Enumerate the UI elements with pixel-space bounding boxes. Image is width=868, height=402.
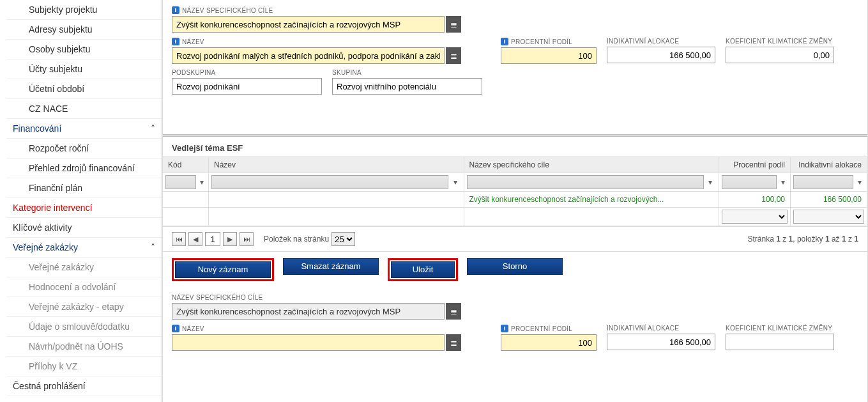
sidebar-item-cz-nace[interactable]: CZ NACE [6,99,162,119]
novy-zaznam-button[interactable]: Nový záznam [175,261,271,278]
grid-filter-row: ▾ ▾ ▾ ▾ ▾ [163,173,867,192]
sidebar-section-label: Veřejné zakázky [13,242,78,252]
grid-header: Kód Název Název specifického cíle Procen… [163,157,867,173]
col-procentni-podil[interactable]: Procentní podíl [719,157,791,173]
list-picker-button[interactable]: ≣ [446,47,461,64]
sidebar-item-ucty-subjektu[interactable]: Účty subjektu [6,59,162,79]
pager-last-button[interactable]: ⏭ [240,232,254,246]
form-top: iNÁZEV SPECIFICKÉHO CÍLE ≣ iNÁZEV ≣ [163,0,867,104]
sidebar-item-cestna-prohlaseni[interactable]: Čestná prohlášení [6,376,162,396]
koeficient-klimaticke-zmeny-input[interactable] [726,47,834,63]
field-label: INDIKATIVNÍ ALOKACE [607,325,715,332]
field-label: iNÁZEV [172,38,461,45]
procentni-podil-input[interactable] [501,47,597,64]
nazev-specifickeho-cile-input[interactable] [172,16,445,33]
filter-icon[interactable]: ▾ [197,175,206,189]
sidebar-item-financni-plan[interactable]: Finanční plán [6,178,162,198]
pager-prev-button[interactable]: ◀ [188,232,202,246]
cell-nazev [209,192,464,208]
filter-indik-input[interactable] [793,175,853,189]
info-icon: i [501,38,508,45]
info-icon: i [172,6,179,14]
pager-first-button[interactable]: ⏮ [172,232,186,246]
sidebar-item-osoby-subjektu[interactable]: Osoby subjektu [6,40,162,59]
sidebar-item-verejne-zakazky-etapy[interactable]: Veřejné zakázky - etapy [6,297,162,317]
sidebar-item-prehled-zdroju[interactable]: Přehled zdrojů financování [6,158,162,178]
sidebar-item-hodnoceni-odvolani[interactable]: Hodnocení a odvolání [6,277,162,297]
section-title-vedlejsi-tema: Vedlejší téma ESF [163,137,867,157]
sidebar-item-prilohy-vz[interactable]: Přílohy k VZ [6,357,162,376]
pager: ⏮ ◀ ▶ ⏭ Položek na stránku 25 Stránka 1 … [163,226,867,251]
filter-icon[interactable]: ▾ [705,175,716,189]
filter-icon[interactable]: ▾ [778,175,788,189]
sidebar-section-verejne-zakazky[interactable]: Veřejné zakázky ˄ [6,238,162,258]
sidebar-item-verejne-zakazky[interactable]: Veřejné zakázky [6,258,162,277]
chevron-up-icon: ˄ [151,123,155,134]
info-icon: i [501,325,508,332]
cell-indik: 166 500,00 [791,192,867,208]
highlight-novy-zaznam: Nový záznam [172,258,274,281]
pager-status: Stránka 1 z 1, položky 1 až 1 z 1 [747,235,858,244]
col-nazev-sc[interactable]: Název specifického cíle [464,157,720,173]
indikativni-alokace-input[interactable] [607,47,715,63]
procentni-podil-input-2[interactable] [501,334,597,351]
sidebar-item-prilozene-dokumenty[interactable]: Přiložené dokumenty [6,396,162,402]
field-label: iPROCENTNÍ PODÍL [501,325,597,332]
filter-icon[interactable]: ▾ [450,175,461,189]
sidebar-item-udaje-smlouve[interactable]: Údaje o smlouvě/dodatku [6,317,162,337]
grid-footer-row [163,208,867,226]
filter-kod-input[interactable] [165,175,196,189]
koeficient-klimaticke-zmeny-input-2[interactable] [726,334,834,350]
main-content: iNÁZEV SPECIFICKÉHO CÍLE ≣ iNÁZEV ≣ [162,0,868,402]
filter-nazev-sc-input[interactable] [467,175,704,189]
sidebar-item-ucetni-obdobi[interactable]: Účetní období [6,79,162,99]
per-page-select[interactable]: 25 [331,232,355,246]
nazev-input-2[interactable] [172,334,445,351]
filter-icon[interactable]: ▾ [855,175,864,189]
podskupina-input[interactable] [172,78,322,95]
list-picker-button[interactable]: ≣ [446,334,461,351]
pager-next-button[interactable]: ▶ [223,232,237,246]
col-nazev[interactable]: Název [209,157,464,173]
field-label: PODSKUPINA [172,69,322,76]
field-label: KOEFICIENT KLIMATICKÉ ZMĚNY [726,38,834,45]
indikativni-alokace-input-2[interactable] [607,334,715,350]
sidebar-section-financovani[interactable]: Financování ˄ [6,119,162,139]
sidebar-item-subjekty-projektu[interactable]: Subjekty projektu [6,0,162,20]
cell-proc: 100,00 [719,192,791,208]
footer-select-indik[interactable] [793,210,864,224]
smazat-zaznam-button[interactable]: Smazat záznam [283,258,379,275]
cell-nazev-sc: Zvýšit konkurenceschopnost začínajících … [464,192,720,208]
field-label: iNÁZEV [172,325,461,332]
sidebar-section-label: Financování [13,123,61,134]
nazev-specifickeho-cile-readonly [172,303,445,320]
chevron-up-icon: ˄ [151,242,155,252]
skupina-input[interactable] [332,78,482,95]
field-label: SKUPINA [332,69,482,76]
sidebar-item-kategorie-intervenci[interactable]: Kategorie intervencí [6,198,162,218]
list-picker-button[interactable]: ≣ [446,303,461,320]
field-label: KOEFICIENT KLIMATICKÉ ZMĚNY [726,325,834,332]
col-indikativni-alokace[interactable]: Indikativní alokace [791,157,867,173]
table-row[interactable]: Zvýšit konkurenceschopnost začínajících … [163,192,867,208]
pager-page-input[interactable] [205,232,220,246]
ulozit-button[interactable]: Uložit [391,261,455,278]
field-label: NÁZEV SPECIFICKÉHO CÍLE [172,294,461,301]
sidebar-item-rozpocet-rocni[interactable]: Rozpočet roční [6,139,162,158]
filter-nazev-input[interactable] [211,175,448,189]
storno-button[interactable]: Storno [467,258,563,275]
action-row: Nový záznam Smazat záznam Uložit Storno [163,251,867,288]
info-icon: i [172,38,179,45]
col-kod[interactable]: Kód [163,157,209,173]
filter-proc-input[interactable] [722,175,777,189]
sidebar-item-klicove-aktivity[interactable]: Klíčové aktivity [6,218,162,238]
list-picker-button[interactable]: ≣ [446,16,461,33]
cell-kod [163,192,209,208]
info-icon: i [172,325,179,332]
sidebar-item-navrh-uohs[interactable]: Návrh/podnět na ÚOHS [6,337,162,357]
nazev-input[interactable] [172,47,445,64]
sidebar-item-adresy-subjektu[interactable]: Adresy subjektu [6,20,162,40]
footer-select-proc[interactable] [722,210,788,224]
field-label: iPROCENTNÍ PODÍL [501,38,597,45]
per-page-label: Položek na stránku [264,235,329,244]
